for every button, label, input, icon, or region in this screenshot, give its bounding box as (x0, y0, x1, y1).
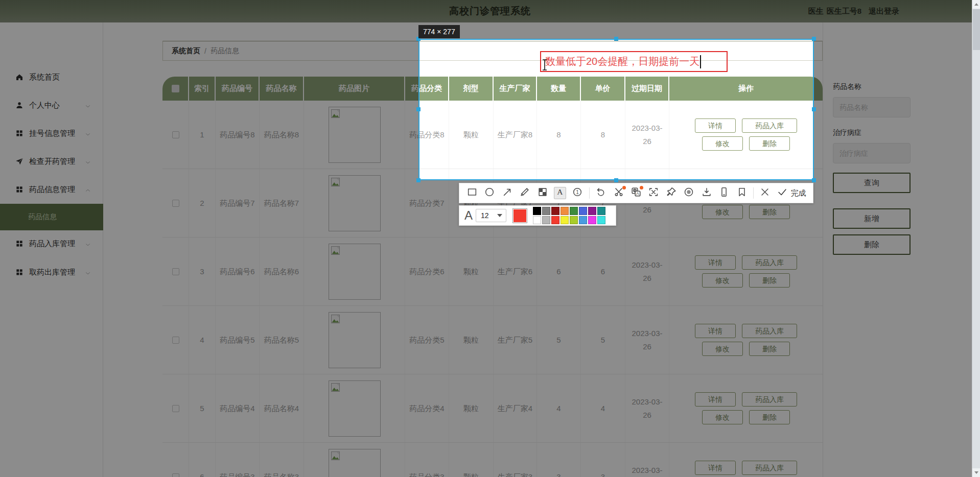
medicine-name-input[interactable] (833, 97, 911, 117)
select-all-checkbox[interactable] (172, 85, 179, 92)
edit-button[interactable]: 修改 (702, 273, 743, 288)
arrow-tool[interactable] (501, 187, 514, 199)
palette-color-0-2[interactable] (551, 207, 559, 215)
palette-color-1-0[interactable] (533, 216, 541, 224)
selection-handle-w[interactable] (416, 107, 421, 111)
cell-name: 药品名称5 (260, 306, 304, 374)
edit-button[interactable]: 修改 (702, 410, 743, 424)
detail-button[interactable]: 详情 (695, 255, 736, 270)
row-delete-button[interactable]: 删除 (749, 342, 790, 356)
bookmark-tool[interactable] (736, 187, 748, 199)
symptom-input[interactable] (833, 143, 911, 163)
row-checkbox[interactable] (172, 337, 179, 344)
palette-color-1-2[interactable] (551, 216, 559, 224)
sidebar-item-2[interactable]: 挂号信息管理 (0, 122, 103, 145)
grid-icon (15, 185, 24, 194)
add-button[interactable]: 新增 (833, 208, 911, 229)
sidebar-subitem-active[interactable]: 药品信息 (0, 204, 103, 230)
edit-button[interactable]: 修改 (702, 342, 743, 356)
palette-color-1-5[interactable] (579, 216, 587, 224)
detail-button[interactable]: 详情 (695, 392, 736, 407)
finish-tool[interactable]: 完成 (777, 186, 806, 200)
grid-icon (15, 239, 24, 248)
selection-handle-sw[interactable] (416, 178, 421, 182)
user-icon (15, 101, 24, 110)
undo-tool[interactable] (595, 187, 607, 199)
delete-button[interactable]: 删除 (833, 234, 911, 255)
palette-color-0-5[interactable] (579, 207, 587, 215)
pin-tool[interactable] (665, 187, 678, 199)
palette-color-1-4[interactable] (570, 216, 578, 224)
row-delete-button[interactable]: 删除 (749, 273, 790, 288)
home-icon (15, 73, 24, 82)
stock-in-button[interactable]: 药品入库 (742, 461, 797, 475)
breadcrumb-home[interactable]: 系统首页 (172, 46, 200, 56)
content-divider (823, 22, 823, 477)
cell-actions: 详情药品入库修改删除 (669, 237, 823, 305)
selection-handle-e[interactable] (812, 107, 816, 111)
scrollbar[interactable] (972, 0, 980, 477)
row-checkbox[interactable] (172, 200, 179, 207)
close-tool[interactable] (759, 187, 771, 199)
palette-color-0-4[interactable] (570, 207, 578, 215)
palette-color-0-7[interactable] (597, 207, 605, 215)
annotation-text-box[interactable]: 数量低于20会提醒，日期提前一天 (540, 51, 728, 72)
cell-dosage: 颗粒 (449, 306, 494, 374)
mosaic-tool[interactable] (536, 187, 549, 199)
record-tool[interactable] (683, 187, 695, 199)
scroll-down-button[interactable] (972, 468, 980, 477)
sidebar-item-4[interactable]: 药品信息管理 (0, 178, 103, 201)
record-tool-icon (683, 186, 694, 200)
breadcrumb-separator: / (204, 47, 206, 55)
scrollbar-thumb[interactable] (973, 9, 980, 50)
font-size-select[interactable]: 12 (476, 209, 506, 222)
selection-handle-s[interactable] (614, 178, 618, 182)
sidebar-item-5[interactable]: 药品入库管理 (0, 232, 103, 255)
download-tool[interactable] (701, 187, 713, 199)
header-user-area: 医生医生工号8退出登录 (801, 0, 899, 22)
palette-color-1-7[interactable] (597, 216, 605, 224)
row-checkbox[interactable] (172, 405, 179, 412)
selection-handle-se[interactable] (812, 178, 816, 182)
detail-button[interactable]: 详情 (695, 324, 736, 338)
row-delete-button[interactable]: 删除 (749, 410, 790, 424)
serial-number-tool[interactable]: 1 (571, 187, 584, 199)
edit-button[interactable]: 修改 (702, 205, 743, 219)
selection-handle-n[interactable] (614, 37, 618, 41)
row-delete-button[interactable]: 删除 (749, 205, 790, 219)
sidebar-item-3[interactable]: 检查开药管理 (0, 150, 103, 173)
palette-color-1-6[interactable] (588, 216, 596, 224)
row-checkbox[interactable] (172, 268, 179, 275)
logout-link[interactable]: 退出登录 (869, 7, 899, 15)
sidebar-item-1[interactable]: 个人中心 (0, 94, 103, 116)
stock-in-button[interactable]: 药品入库 (742, 392, 797, 407)
palette-color-0-1[interactable] (542, 207, 550, 215)
header-select-all[interactable] (162, 77, 189, 101)
pencil-tool[interactable] (519, 187, 531, 199)
search-button[interactable]: 查询 (833, 173, 911, 193)
rectangle-tool[interactable] (466, 187, 478, 199)
notification-dot (640, 186, 643, 189)
clip-tool[interactable] (613, 187, 625, 199)
column-header: 索引 (189, 77, 216, 101)
stock-in-button[interactable]: 药品入库 (742, 324, 797, 338)
row-checkbox[interactable] (172, 131, 179, 138)
selection-handle-ne[interactable] (812, 37, 816, 41)
scroll-up-button[interactable] (972, 0, 980, 9)
scan-ocr-tool[interactable] (647, 187, 660, 199)
sidebar-item-6[interactable]: 取药出库管理 (0, 261, 103, 283)
text-tool[interactable]: A (554, 187, 566, 199)
ellipse-tool[interactable] (483, 187, 496, 199)
sidebar-item-0[interactable]: 系统首页 (0, 66, 103, 88)
detail-button[interactable]: 详情 (695, 461, 736, 475)
palette-color-0-3[interactable] (561, 207, 569, 215)
palette-color-0-6[interactable] (588, 207, 596, 215)
search-panel: 药品名称 治疗病症 查询 新增 删除 (833, 22, 970, 477)
palette-color-1-3[interactable] (561, 216, 569, 224)
palette-color-0-0[interactable] (533, 207, 541, 215)
stock-in-button[interactable]: 药品入库 (742, 255, 797, 270)
translate-tool[interactable]: A (630, 187, 642, 199)
row-checkbox[interactable] (172, 473, 179, 477)
palette-color-1-1[interactable] (542, 216, 550, 224)
phone-tool[interactable] (718, 187, 730, 199)
